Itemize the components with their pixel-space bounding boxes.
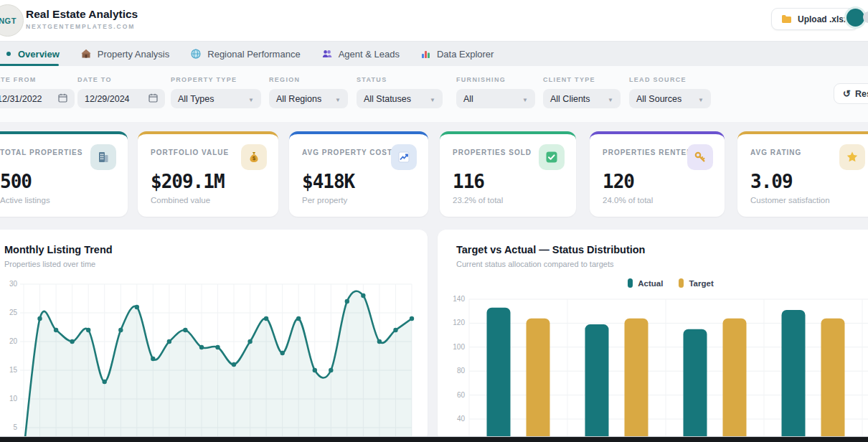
svg-text:100: 100: [453, 343, 465, 351]
reset-icon: ↺: [843, 88, 851, 99]
filter-value: 12/29/2024: [85, 94, 130, 104]
svg-text:120: 120: [453, 319, 465, 326]
kpi-avg-rating: AVG RATING 3.09 Customer satisfaction: [737, 131, 868, 217]
filter-date-from: DATE FROM 12/31/2022: [0, 76, 75, 108]
kpi-value: 3.09: [750, 171, 864, 192]
legend-marker-target: [679, 278, 684, 288]
tab-label: Data Explorer: [437, 49, 494, 60]
tab-label: Regional Performance: [207, 49, 300, 60]
region-select[interactable]: All Regions▼: [269, 89, 348, 108]
kpi-value: 120: [603, 171, 712, 192]
chart-increasing-icon: [391, 144, 417, 170]
kpi-properties-sold: PROPERTIES SOLD 116 23.2% of total: [440, 131, 576, 217]
kpi-subtext: Customer satisfaction: [750, 196, 864, 204]
building-icon: [90, 144, 116, 170]
filter-status: STATUS All Statuses▼: [357, 76, 443, 108]
tab-label: Property Analysis: [98, 49, 169, 60]
kpi-avg-property-cost: AVG PROPERTY COST $418K Per property: [289, 131, 428, 217]
people-icon: [322, 49, 332, 59]
dashboard-root: NGT Real Estate Analytics NEXTGENTEMPLAT…: [0, 0, 868, 442]
filter-label: STATUS: [357, 76, 443, 83]
legend-item-target: Target: [679, 278, 713, 288]
svg-text:25: 25: [9, 309, 18, 316]
reset-filters-button[interactable]: ↺ Reset: [834, 83, 868, 104]
page-title: Real Estate Analytics: [26, 8, 138, 21]
line-chart: 30252015105: [0, 278, 428, 442]
chart-title: Monthly Listing Trend: [4, 244, 113, 255]
tab-property-analysis[interactable]: Property Analysis: [81, 49, 169, 60]
filter-label: FURNISHING: [456, 76, 535, 83]
filter-label: REGION: [269, 76, 348, 83]
header: NGT Real Estate Analytics NEXTGENTEMPLAT…: [0, 0, 868, 41]
svg-text:5: 5: [13, 423, 17, 431]
chevron-down-icon: ▼: [329, 94, 341, 104]
kpi-value: $418K: [302, 171, 415, 192]
chevron-down-icon: ▼: [516, 94, 528, 104]
date-to-input[interactable]: 12/29/2024: [77, 89, 165, 108]
bar-chart: 140120100806040: [438, 294, 868, 442]
legend-item-actual: Actual: [628, 278, 663, 288]
kpi-subtext: Combined value: [151, 196, 265, 204]
folder-icon: [781, 14, 792, 24]
chart-legend: Actual Target: [470, 278, 868, 288]
client-type-select[interactable]: All Clients▼: [543, 89, 621, 108]
money-bag-icon: $: [241, 144, 267, 170]
date-from-input[interactable]: 12/31/2022: [0, 89, 75, 108]
window-bottom-edge: [0, 436, 868, 442]
upload-xlsx-button[interactable]: Upload .xlsx: [771, 8, 859, 30]
lead-source-select[interactable]: All Sources▼: [629, 89, 711, 108]
tab-overview[interactable]: Overview: [6, 49, 60, 60]
filter-value: All Types: [178, 94, 214, 104]
key-icon: [687, 144, 713, 170]
kpi-total-properties: TOTAL PROPERTIES 500 Active listings: [0, 131, 128, 217]
reset-button-label: Reset: [855, 89, 868, 99]
svg-text:10: 10: [9, 395, 18, 403]
chevron-down-icon: ▼: [692, 94, 704, 104]
svg-text:140: 140: [453, 295, 465, 303]
filter-value: 12/31/2022: [0, 94, 42, 104]
filter-date-to: DATE TO 12/29/2024: [77, 76, 165, 108]
legend-label: Target: [689, 279, 713, 288]
kpi-value: 500: [0, 171, 115, 192]
filter-value: All: [463, 94, 473, 104]
page-subtitle: NEXTGENTEMPLATES.COM: [26, 23, 135, 30]
status-select[interactable]: All Statuses▼: [357, 89, 443, 108]
filter-value: All Statuses: [364, 94, 411, 104]
theme-toggle-icon[interactable]: [863, 11, 868, 23]
avatar[interactable]: [846, 9, 864, 27]
kpi-portfolio-value: PORTFOLIO VALUE $ $209.1M Combined value: [138, 131, 278, 217]
chart-subtitle: Properties listed over time: [4, 260, 95, 268]
chart-subtitle: Current status allocation compared to ta…: [456, 260, 614, 268]
tab-regional-performance[interactable]: Regional Performance: [191, 49, 300, 60]
filter-lead-source: LEAD SOURCE All Sources▼: [629, 76, 711, 108]
filter-label: DATE TO: [77, 76, 165, 83]
filter-property-type: PROPERTY TYPE All Types▼: [171, 76, 261, 108]
filter-label: PROPERTY TYPE: [171, 76, 261, 83]
filter-region: REGION All Regions▼: [269, 76, 348, 108]
legend-marker-actual: [628, 278, 633, 288]
kpi-value: $209.1M: [151, 171, 265, 192]
upload-button-label: Upload .xlsx: [798, 14, 849, 24]
furnishing-select[interactable]: All▼: [456, 89, 535, 108]
chevron-down-icon: ▼: [424, 94, 435, 104]
filter-value: All Clients: [550, 94, 590, 104]
active-dot-icon: [6, 51, 11, 57]
filter-value: All Sources: [636, 94, 681, 104]
bar-chart-icon: [421, 50, 430, 59]
star-icon: [839, 144, 865, 170]
tab-data-explorer[interactable]: Data Explorer: [421, 49, 494, 60]
filter-bar: DATE FROM 12/31/2022 DATE TO 12/29/2024 …: [0, 66, 868, 122]
chevron-down-icon: ▼: [602, 94, 613, 104]
filter-furnishing: FURNISHING All▼: [456, 76, 535, 108]
monthly-listing-trend-card: Monthly Listing Trend Properties listed …: [0, 230, 428, 442]
kpi-properties-rented: PROPERTIES RENTED 120 24.0% of total: [590, 131, 725, 217]
kpi-subtext: Per property: [302, 196, 415, 204]
property-type-select[interactable]: All Types▼: [171, 89, 261, 108]
kpi-subtext: 24.0% of total: [603, 196, 712, 204]
tab-agent-leads[interactable]: Agent & Leads: [322, 49, 400, 60]
tab-label: Agent & Leads: [339, 49, 400, 60]
filter-value: All Regions: [276, 94, 321, 104]
svg-text:40: 40: [457, 415, 466, 423]
logo-text: NGT: [0, 17, 16, 25]
chart-title: Target vs Actual — Status Distribution: [456, 244, 645, 255]
